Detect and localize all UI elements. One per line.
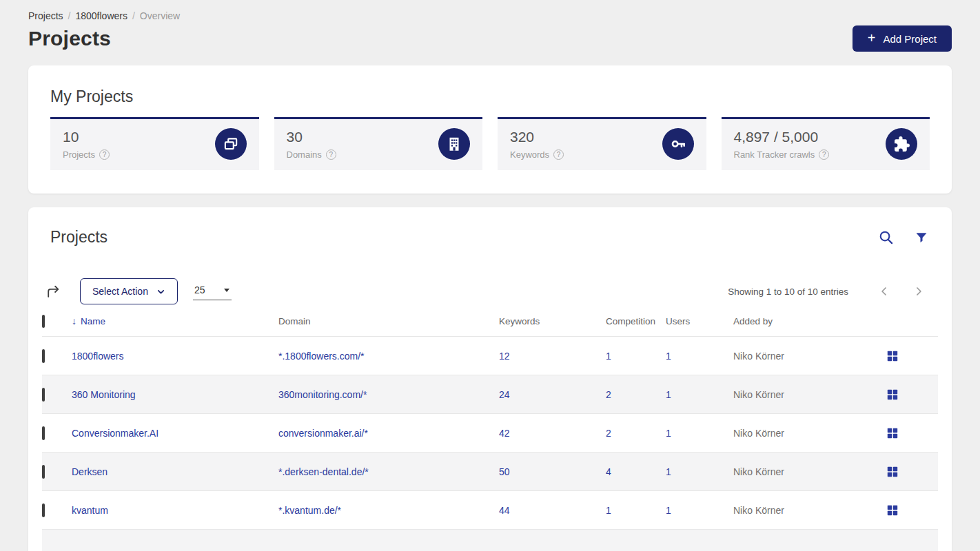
project-domain-link[interactable]: *.1800flowers.com/* (278, 351, 365, 362)
search-icon[interactable] (878, 229, 894, 245)
added-by-text: Niko Körner (733, 453, 862, 491)
help-icon[interactable]: ? (99, 149, 110, 160)
stat-label-projects: Projects (63, 149, 95, 160)
select-action-dropdown[interactable]: Select Action (80, 278, 178, 304)
keywords-count-link[interactable]: 50 (499, 466, 510, 477)
stat-value-projects: 10 (63, 129, 110, 145)
table-row: 1800flowers *.1800flowers.com/* 12 1 1 N… (42, 337, 938, 375)
row-checkbox[interactable] (42, 388, 45, 402)
projects-panel-title: Projects (50, 228, 108, 247)
stat-card-crawls: 4,897 / 5,000 Rank Tracker crawls ? (722, 117, 930, 170)
select-all-checkbox[interactable] (42, 315, 45, 328)
projects-panel: Projects (28, 207, 952, 551)
breadcrumb-overview: Overview (140, 10, 180, 21)
page-size-value: 25 (194, 284, 205, 295)
apps-grid-icon[interactable] (887, 389, 898, 400)
filter-icon[interactable] (915, 231, 928, 245)
breadcrumb-separator: / (132, 10, 135, 21)
stat-value-keywords: 320 (510, 129, 564, 145)
row-checkbox[interactable] (42, 465, 45, 479)
keywords-count-link[interactable]: 44 (499, 505, 510, 516)
added-by-text: Niko Körner (733, 375, 862, 414)
column-header-name[interactable]: ↓Name (72, 315, 278, 337)
project-name-link[interactable]: kvantum (72, 505, 108, 516)
add-project-button[interactable]: + Add Project (853, 25, 952, 52)
competition-count-link[interactable]: 1 (606, 351, 611, 362)
breadcrumb-projects[interactable]: Projects (28, 10, 63, 21)
pagination (877, 284, 926, 298)
project-name-link[interactable]: Conversionmaker.AI (72, 428, 159, 439)
my-projects-title: My Projects (50, 87, 930, 106)
stat-label-crawls: Rank Tracker crawls (734, 149, 815, 160)
column-header-keywords[interactable]: Keywords (499, 315, 606, 337)
column-header-added-by[interactable]: Added by (733, 315, 862, 337)
competition-count-link[interactable]: 1 (606, 505, 611, 516)
page-title: Projects (28, 27, 111, 50)
users-count-link[interactable]: 1 (666, 428, 671, 439)
stat-label-keywords: Keywords (510, 149, 549, 160)
stat-value-domains: 30 (287, 129, 336, 145)
title-row: Projects + Add Project (28, 25, 952, 52)
help-icon[interactable]: ? (819, 149, 829, 160)
chevron-right-icon[interactable] (912, 284, 926, 298)
help-icon[interactable]: ? (326, 149, 336, 160)
showing-entries-text: Showing 1 to 10 of 10 entries (728, 287, 848, 297)
users-count-link[interactable]: 1 (666, 505, 671, 516)
apps-grid-icon[interactable] (887, 505, 898, 516)
project-domain-link[interactable]: *.kvantum.de/* (278, 505, 341, 516)
projects-table: ↓Name Domain Keywords Competition Users … (42, 315, 938, 551)
stats-row: 10 Projects ? 30 Domai (50, 117, 930, 170)
page-size-select[interactable]: 25 (193, 282, 232, 300)
competition-count-link[interactable]: 4 (606, 466, 611, 477)
stat-card-keywords: 320 Keywords ? (498, 117, 706, 170)
keywords-count-link[interactable]: 12 (499, 351, 510, 362)
my-projects-card: My Projects 10 Projects ? (28, 65, 952, 194)
stat-value-crawls: 4,897 / 5,000 (734, 129, 830, 145)
project-domain-link[interactable]: *.derksen-dental.de/* (278, 466, 369, 477)
table-header-row: ↓Name Domain Keywords Competition Users … (42, 315, 938, 337)
stat-card-projects: 10 Projects ? (50, 117, 259, 170)
stat-card-domains: 30 Domains ? (274, 117, 483, 170)
column-header-competition[interactable]: Competition (606, 315, 666, 337)
caret-down-icon (224, 289, 229, 292)
project-name-link[interactable]: 1800flowers (72, 351, 124, 362)
page-root: Projects / 1800flowers / Overview Projec… (0, 0, 980, 551)
row-checkbox[interactable] (42, 349, 45, 363)
apps-grid-icon[interactable] (887, 428, 898, 439)
table-toolbar: Select Action 25 Showing 1 to 10 of 10 e… (28, 278, 952, 304)
add-project-label: Add Project (883, 33, 937, 45)
competition-count-link[interactable]: 2 (606, 428, 611, 439)
select-action-label: Select Action (92, 286, 148, 297)
table-row: Conversionmaker.AI conversionmaker.ai/* … (42, 414, 938, 453)
added-by-text: Niko Körner (733, 491, 862, 530)
column-header-domain[interactable]: Domain (278, 315, 499, 337)
keywords-count-link[interactable]: 42 (499, 428, 510, 439)
column-header-users[interactable]: Users (666, 315, 733, 337)
row-checkbox[interactable] (42, 426, 45, 440)
apps-grid-icon[interactable] (887, 351, 898, 362)
chevron-down-icon (156, 287, 165, 296)
key-icon (662, 128, 694, 160)
row-checkbox[interactable] (42, 503, 45, 517)
export-icon[interactable] (45, 283, 62, 300)
keywords-count-link[interactable]: 24 (499, 389, 510, 400)
users-count-link[interactable]: 1 (666, 466, 671, 477)
apps-grid-icon[interactable] (887, 466, 898, 477)
table-row: 360 Monitoring 360monitoring.com/* 24 2 … (42, 375, 938, 414)
building-icon (438, 128, 470, 160)
project-name-link[interactable]: Derksen (72, 466, 108, 477)
project-domain-link[interactable]: 360monitoring.com/* (278, 389, 367, 400)
chevron-left-icon[interactable] (877, 284, 891, 298)
table-row: Derksen *.derksen-dental.de/* 50 4 1 Nik… (42, 453, 938, 491)
competition-count-link[interactable]: 2 (606, 389, 611, 400)
project-name-link[interactable]: 360 Monitoring (72, 389, 136, 400)
table-row (42, 530, 938, 551)
help-icon[interactable]: ? (553, 149, 564, 160)
breadcrumb-1800flowers[interactable]: 1800flowers (75, 10, 127, 21)
added-by-text: Niko Körner (733, 414, 862, 453)
users-count-link[interactable]: 1 (666, 389, 671, 400)
project-domain-link[interactable]: conversionmaker.ai/* (278, 428, 368, 439)
sort-descending-icon: ↓ (72, 315, 76, 326)
users-count-link[interactable]: 1 (666, 351, 671, 362)
screens-icon (215, 128, 247, 160)
